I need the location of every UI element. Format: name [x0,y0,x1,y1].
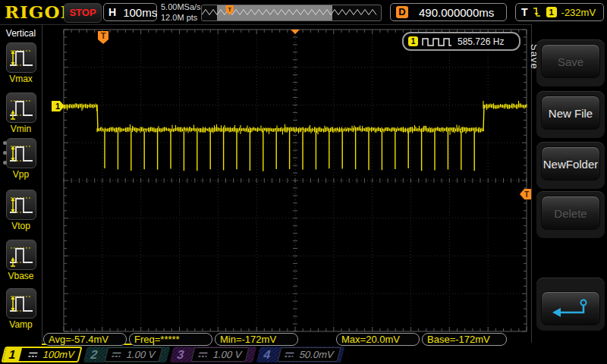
left-menu-item-label: Vbase [0,271,42,281]
delete-button[interactable]: Delete [541,196,600,230]
measurement-freq: Freq=***** [129,333,212,346]
vbase-icon [6,240,36,270]
menu-page-dot [3,161,7,165]
return-button[interactable] [541,291,600,325]
preview-waveform: T [202,5,379,20]
left-menu-item-label: Vamp [0,319,42,330]
top-status-bar: RIGOL STOP H 100ms 5.00MSa/s 12.0M pts T… [0,0,607,25]
acquisition-info: 5.00MSa/s 12.0M pts [161,2,201,23]
delay-label: D [396,6,408,18]
measurement-base: Base=-172mV [422,333,507,346]
left-menu-item-vmax[interactable]: Vmax [0,42,42,84]
menu-page-dot [3,141,7,145]
run-state-indicator: STOP [64,3,102,23]
channel-number: 2 [83,347,105,362]
svg-text:T: T [101,31,106,40]
trigger-label: T [521,6,528,18]
horizontal-timebase-box: H 100ms [103,3,157,21]
trigger-position-marker[interactable]: T [98,31,109,44]
measurement-avg: Avg=-57.4mV [43,333,127,346]
new-file-button[interactable]: New File [541,96,600,130]
memory-depth: 12.0M pts [161,12,201,23]
channel-2-indicator[interactable]: 21.00 V [83,347,170,362]
channel-scale: 1.00 V [125,349,156,360]
frequency-counter: 1 585.726 Hz [402,32,521,51]
left-menu-item-label: Vmin [0,124,42,134]
vamp-icon [6,288,36,318]
trigger-level-value: -232mV [561,7,596,18]
channel-4-indicator[interactable]: 450.0mV [256,347,344,362]
channel-1-indicator[interactable]: 1100mV [1,347,82,362]
center-time-indicator [291,30,300,34]
left-menu-item-vmin[interactable]: Vmin [0,93,42,134]
right-save-menu: Save SaveNew FileNewFolderDelete [531,24,607,343]
left-menu-item-vbase[interactable]: Vbase [0,240,42,281]
save-button[interactable]: Save [541,44,600,78]
channel-3-indicator[interactable]: 31.00 V [169,347,256,362]
left-measure-menu: Vertical VmaxVminVppVtopVbaseVamp [0,24,42,343]
dc-coupling-icon [197,350,209,359]
newfolder-button[interactable]: NewFolder [541,146,600,180]
oscilloscope-screen: 1TT RIGOL STOP H 100ms 5.00MSa/s 12.0M p… [0,0,607,364]
channel-scale: 100mV [42,349,76,360]
left-menu-item-vtop[interactable]: Vtop [0,190,42,231]
freq-counter-value: 585.726 Hz [458,36,504,47]
channel-number: 1 [3,348,22,361]
trigger-source-badge: 1 [546,7,557,17]
vpp-icon [6,138,36,168]
channel-number: 4 [256,347,278,362]
delay-value: 490.000000ms [419,6,494,19]
waveform-display: 1TT [0,0,607,364]
channel1-level-marker[interactable]: 1 [52,101,64,111]
vmin-icon [6,93,36,123]
measurement-max: Max=20.0mV [336,333,420,346]
channel-status-bar: 1100mV21.00 V31.00 V450.0mV [0,345,607,364]
sample-rate: 5.00MSa/s [161,2,201,12]
timebase-value: 100ms [123,6,157,19]
svg-text:T: T [228,6,231,13]
svg-text:T: T [524,190,529,199]
channel-scale-box: 1.00 V [105,347,162,362]
falling-edge-icon [532,6,542,18]
square-wave-icon [422,36,452,47]
vmax-icon [6,42,36,73]
channel-scale: 1.00 V [212,349,243,360]
left-menu-title: Vertical [0,28,42,39]
vtop-icon [6,190,36,220]
measurement-min: Min=-172mV [215,333,298,346]
left-menu-item-vamp[interactable]: Vamp [0,288,42,330]
left-menu-item-label: Vpp [0,169,42,180]
delay-box: D 490.000000ms [390,3,507,21]
channel-number: 3 [169,347,191,362]
channel-scale-box: 100mV [22,348,80,361]
channel-scale: 50.0mV [298,349,335,360]
freq-counter-source-badge: 1 [408,36,418,46]
channel-scale-box: 1.00 V [191,347,249,362]
return-arrow-icon [548,298,593,319]
dc-coupling-icon [111,350,123,359]
svg-text:1: 1 [55,102,60,111]
dc-coupling-icon [27,350,39,359]
left-menu-item-label: Vmax [0,74,42,84]
memory-position-preview: T [201,5,382,21]
trigger-box: T 1 -232mV [515,3,604,21]
horizontal-label: H [109,6,116,18]
channel-scale-box: 50.0mV [278,347,341,362]
left-menu-item-label: Vtop [0,221,42,231]
dc-coupling-icon [284,350,296,359]
menu-page-dot [3,151,7,155]
